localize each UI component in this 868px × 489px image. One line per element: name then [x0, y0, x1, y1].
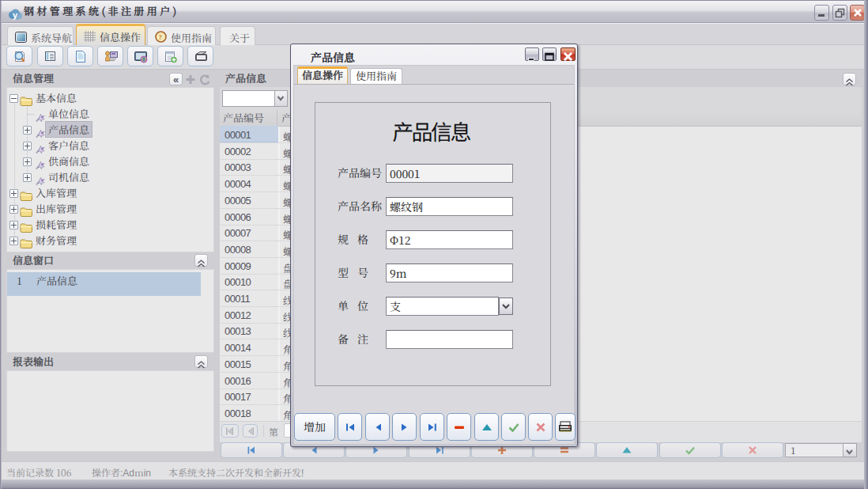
svg-text:?: ? — [159, 33, 163, 41]
svg-text:y: y — [13, 10, 18, 20]
